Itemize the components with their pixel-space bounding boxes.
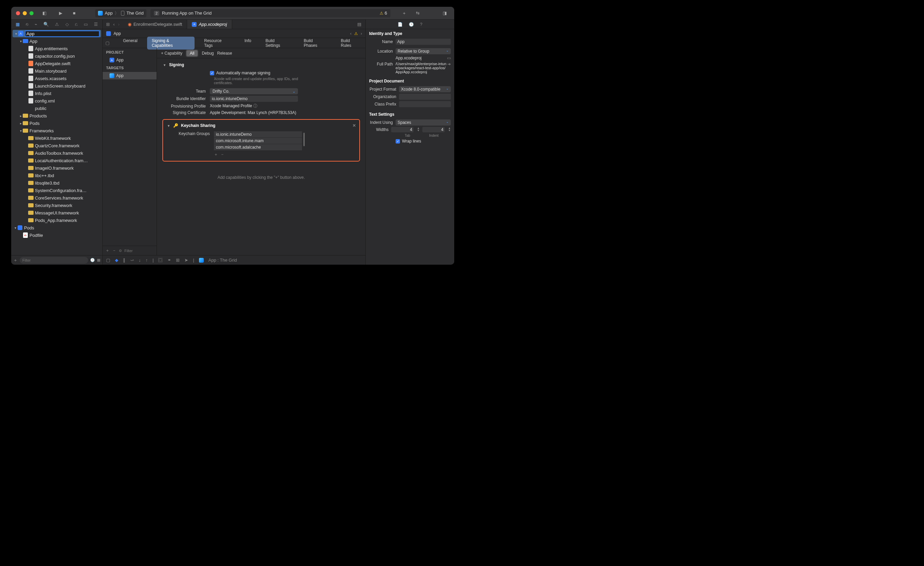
- forward-icon[interactable]: ›: [118, 22, 119, 27]
- editor-layout-icon[interactable]: ▤: [353, 20, 365, 29]
- tab-project[interactable]: A App.xcodeproj: [187, 20, 232, 29]
- team-select[interactable]: Drifty Co.: [210, 88, 298, 94]
- target-row[interactable]: App: [103, 72, 157, 80]
- symbol-navigator-icon[interactable]: ⌁: [34, 22, 37, 27]
- tree-row[interactable]: LocalAuthentication.fram…: [11, 157, 102, 164]
- navigator-filter-input[interactable]: [20, 257, 88, 263]
- format-select[interactable]: Xcode 8.0-compatible: [399, 86, 451, 92]
- location-icon[interactable]: ➤: [184, 257, 188, 263]
- tree-row[interactable]: public: [11, 104, 102, 112]
- seg-all[interactable]: All: [186, 50, 198, 56]
- source-control-icon[interactable]: ⎋: [26, 22, 28, 27]
- reveal-icon[interactable]: ➔: [447, 62, 451, 66]
- tree-row[interactable]: rbPodfile: [11, 232, 102, 239]
- add-group-icon[interactable]: ＋: [214, 152, 218, 157]
- tree-row[interactable]: libsqlite3.tbd: [11, 179, 102, 187]
- clock-icon[interactable]: 🕒: [90, 258, 95, 262]
- inspector-toggle-icon[interactable]: ◨: [441, 9, 449, 17]
- debug-navigator-icon[interactable]: ⎌: [75, 22, 78, 27]
- issue-navigator-icon[interactable]: ⚠: [55, 22, 59, 27]
- view-debug-icon[interactable]: ⿴: [158, 257, 163, 263]
- stop-button[interactable]: ■: [70, 9, 78, 17]
- sidebar-toggle-icon[interactable]: ◧: [40, 9, 48, 17]
- list-item[interactable]: io.ionic.intuneDemo: [214, 131, 302, 137]
- tree-row[interactable]: CoreServices.framework: [11, 194, 102, 202]
- tab-signing[interactable]: Signing & Capabilities: [147, 37, 195, 50]
- tree-row[interactable]: SystemConfiguration.fra…: [11, 187, 102, 194]
- indent-using-select[interactable]: Spaces: [396, 119, 451, 126]
- step-over-icon[interactable]: ⤻: [130, 257, 134, 263]
- tree-row[interactable]: Main.storyboard: [11, 67, 102, 75]
- wrap-lines-checkbox[interactable]: ✓: [396, 139, 400, 143]
- tree-row[interactable]: WebKit.framework: [11, 134, 102, 142]
- tree-row[interactable]: App.entitlements: [11, 45, 102, 52]
- continue-icon[interactable]: ‖: [123, 257, 125, 263]
- tree-row[interactable]: ▸Products: [11, 112, 102, 119]
- scheme-selector[interactable]: App 〉 The Grid: [95, 9, 146, 17]
- history-inspector-icon[interactable]: 🕒: [409, 22, 414, 27]
- indent-width-input[interactable]: 4: [422, 127, 445, 132]
- project-row[interactable]: A App: [103, 56, 157, 64]
- add-capability-button[interactable]: + Capability: [161, 51, 182, 56]
- tree-row[interactable]: AudioToolbox.framework: [11, 149, 102, 157]
- list-item[interactable]: com.microsoft.adalcache: [214, 144, 302, 151]
- tab-enrollment[interactable]: ◉ EnrollmentDelegate.swift: [123, 20, 188, 29]
- hide-debug-icon[interactable]: ▢: [106, 257, 110, 263]
- auto-signing-checkbox[interactable]: ✓: [210, 71, 214, 75]
- tree-row[interactable]: LaunchScreen.storyboard: [11, 82, 102, 90]
- back-icon[interactable]: ‹: [113, 22, 115, 27]
- tree-row[interactable]: AppDelegate.swift: [11, 60, 102, 67]
- tree-row[interactable]: QuartzCore.framework: [11, 142, 102, 149]
- remove-capability-button[interactable]: ✕: [352, 123, 356, 128]
- project-name-input[interactable]: [25, 30, 100, 37]
- tab-build-phases[interactable]: Build Phases: [299, 37, 332, 50]
- name-input[interactable]: App: [396, 39, 451, 45]
- remove-group-icon[interactable]: －: [220, 152, 224, 157]
- tab-info[interactable]: Info: [240, 37, 256, 50]
- folder-picker-icon[interactable]: ▭: [447, 56, 451, 60]
- list-item[interactable]: com.microsoft.intune.mam: [214, 138, 302, 144]
- file-inspector-icon[interactable]: 📄: [398, 22, 403, 27]
- tab-build-rules[interactable]: Build Rules: [336, 37, 365, 50]
- help-inspector-icon[interactable]: ?: [420, 22, 422, 27]
- tree-row[interactable]: libc++.tbd: [11, 172, 102, 179]
- tree-row[interactable]: ▸Pods: [11, 119, 102, 127]
- tree-row[interactable]: ▾Frameworks: [11, 127, 102, 134]
- info-icon[interactable]: ⓘ: [253, 104, 257, 108]
- memory-graph-icon[interactable]: ⚭: [168, 257, 171, 263]
- project-navigator-icon[interactable]: ▦: [16, 22, 20, 27]
- tree-row[interactable]: Pods_App.framework: [11, 217, 102, 224]
- tree-row[interactable]: ▾Pods: [11, 224, 102, 232]
- tree-row[interactable]: config.xml: [11, 97, 102, 104]
- zoom-window-icon[interactable]: [30, 11, 33, 15]
- report-icon[interactable]: ☰: [94, 22, 98, 27]
- seg-release[interactable]: Release: [217, 51, 232, 56]
- tab-resource-tags[interactable]: Resource Tags: [199, 37, 235, 50]
- step-out-icon[interactable]: ↑: [146, 257, 148, 263]
- tab-build-settings[interactable]: Build Settings: [261, 37, 294, 50]
- prev-issue-icon[interactable]: ‹: [350, 31, 351, 36]
- location-select[interactable]: Relative to Group: [396, 48, 451, 54]
- tab-width-input[interactable]: 4: [391, 127, 414, 132]
- class-prefix-input[interactable]: [399, 101, 451, 107]
- add-target-icon[interactable]: ＋: [105, 248, 110, 253]
- activity-viewer[interactable]: 2 Running App on The Grid ⚠ 6: [150, 9, 390, 17]
- tree-row[interactable]: ▾App: [11, 37, 102, 45]
- minimize-window-icon[interactable]: [23, 11, 27, 15]
- library-icon[interactable]: ⇆: [414, 9, 422, 17]
- tree-row[interactable]: MessageUI.framework: [11, 209, 102, 217]
- breakpoint-icon[interactable]: ▭: [84, 22, 88, 27]
- organization-input[interactable]: [399, 94, 451, 100]
- test-navigator-icon[interactable]: ◇: [65, 22, 69, 27]
- tree-row[interactable]: Assets.xcassets: [11, 75, 102, 82]
- bundle-id-input[interactable]: io.ionic.intuneDemo: [210, 96, 298, 102]
- tree-row[interactable]: capacitor.config.json: [11, 52, 102, 60]
- environment-icon[interactable]: ⊞: [176, 257, 180, 263]
- scm-filter-icon[interactable]: ▦: [97, 258, 100, 262]
- tree-row[interactable]: Security.framework: [11, 202, 102, 209]
- add-button[interactable]: ＋: [400, 9, 408, 17]
- breakpoints-icon[interactable]: ◆: [115, 257, 118, 263]
- find-icon[interactable]: 🔍: [44, 22, 49, 27]
- outline-toggle-icon[interactable]: ▢: [105, 41, 114, 45]
- signing-section[interactable]: ▾ Signing: [162, 62, 360, 67]
